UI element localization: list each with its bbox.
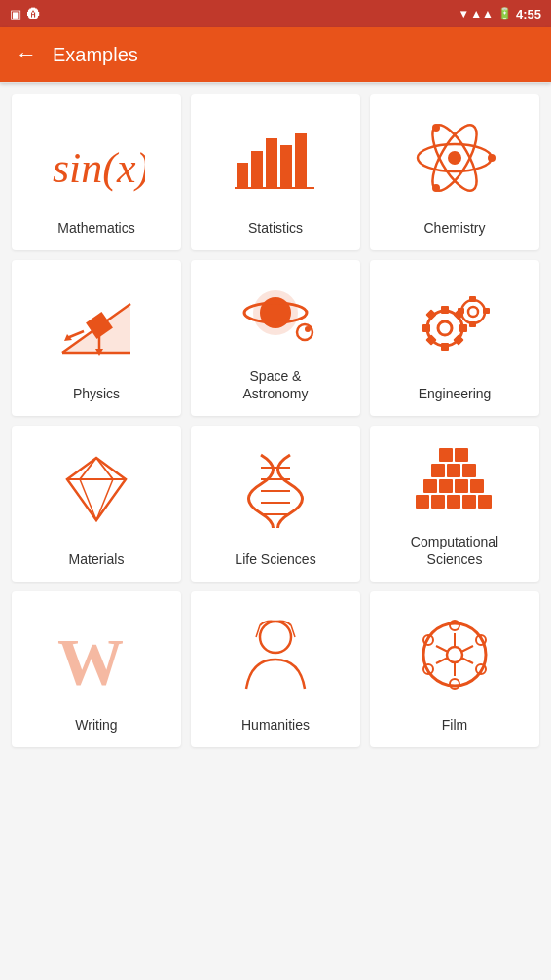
status-bar-right: ▾ ▲▲ 🔋 4:55 <box>460 7 541 21</box>
humanities-label: Humanities <box>241 716 310 734</box>
status-bar: ▣ 🅐 ▾ ▲▲ 🔋 4:55 <box>0 0 551 27</box>
computational-sciences-label: ComputationalSciences <box>411 533 498 568</box>
svg-point-11 <box>488 154 496 162</box>
back-button[interactable]: ← <box>16 42 37 67</box>
svg-line-86 <box>436 658 448 663</box>
card-engineering[interactable]: Engineering <box>370 260 539 416</box>
card-computational-sciences[interactable]: ComputationalSciences <box>370 426 539 582</box>
svg-rect-4 <box>280 145 292 187</box>
svg-rect-29 <box>441 306 449 314</box>
svg-rect-40 <box>469 321 476 327</box>
card-mathematics[interactable]: sin(x) Mathematics <box>12 94 181 250</box>
film-label: Film <box>442 716 467 734</box>
space-astronomy-label: Space &Astronomy <box>243 367 309 402</box>
physics-icon <box>19 272 173 375</box>
mathematics-label: Mathematics <box>57 219 134 237</box>
page-title: Examples <box>53 44 138 66</box>
chemistry-icon <box>378 106 532 209</box>
svg-point-74 <box>447 647 462 662</box>
svg-rect-33 <box>425 309 436 320</box>
svg-rect-41 <box>483 308 490 314</box>
time-display: 4:55 <box>516 7 541 21</box>
svg-point-26 <box>305 326 311 332</box>
svg-rect-58 <box>462 495 476 509</box>
svg-point-7 <box>448 151 461 165</box>
svg-rect-67 <box>439 448 453 462</box>
chemistry-label: Chemistry <box>423 219 485 237</box>
svg-rect-39 <box>469 296 476 302</box>
space-astronomy-icon <box>199 272 352 358</box>
svg-point-13 <box>432 184 440 192</box>
svg-rect-64 <box>431 464 445 477</box>
svg-rect-59 <box>478 495 492 509</box>
svg-rect-63 <box>470 479 484 493</box>
app-icon-1: ▣ <box>10 7 21 21</box>
svg-text:W: W <box>57 624 124 694</box>
svg-point-38 <box>468 307 478 317</box>
wifi-icon: ▾ <box>460 7 466 20</box>
signal-icon: ▲▲ <box>470 7 494 20</box>
svg-marker-43 <box>67 458 126 520</box>
card-humanities[interactable]: Humanities <box>191 591 360 747</box>
svg-point-73 <box>423 623 486 686</box>
writing-label: Writing <box>75 716 117 734</box>
card-physics[interactable]: Physics <box>12 260 181 416</box>
svg-rect-57 <box>447 495 460 509</box>
humanities-icon <box>199 603 352 706</box>
life-sciences-label: Life Sciences <box>235 550 315 568</box>
svg-line-20 <box>67 331 84 338</box>
svg-rect-2 <box>251 151 263 187</box>
engineering-icon <box>378 272 532 375</box>
card-chemistry[interactable]: Chemistry <box>370 94 539 250</box>
svg-rect-65 <box>447 464 460 477</box>
svg-rect-3 <box>266 138 277 187</box>
svg-rect-31 <box>422 324 430 332</box>
svg-point-25 <box>297 324 312 340</box>
svg-line-83 <box>436 646 448 652</box>
life-sciences-icon <box>199 437 352 541</box>
film-icon <box>378 603 532 706</box>
svg-rect-60 <box>423 479 437 493</box>
computational-sciences-icon <box>378 437 532 523</box>
svg-rect-56 <box>431 495 445 509</box>
svg-rect-1 <box>237 163 248 187</box>
svg-rect-61 <box>439 479 453 493</box>
app-bar: ← Examples <box>0 27 551 82</box>
svg-point-12 <box>432 124 440 132</box>
svg-line-85 <box>461 646 473 652</box>
statistics-label: Statistics <box>248 219 303 237</box>
card-writing[interactable]: W Writing <box>12 591 181 747</box>
svg-rect-5 <box>295 133 307 187</box>
svg-line-84 <box>461 658 473 663</box>
svg-point-28 <box>438 321 452 335</box>
statistics-icon <box>199 106 352 209</box>
svg-rect-62 <box>455 479 468 493</box>
svg-text:sin(x): sin(x) <box>53 144 145 192</box>
svg-rect-42 <box>458 308 464 314</box>
battery-icon: 🔋 <box>497 7 512 20</box>
materials-icon <box>19 437 173 541</box>
card-film[interactable]: Film <box>370 591 539 747</box>
svg-rect-68 <box>455 448 468 462</box>
svg-point-70 <box>260 622 291 653</box>
svg-rect-55 <box>416 495 429 509</box>
writing-icon: W <box>19 603 173 706</box>
card-life-sciences[interactable]: Life Sciences <box>191 426 360 582</box>
card-space-astronomy[interactable]: Space &Astronomy <box>191 260 360 416</box>
svg-point-37 <box>461 300 485 323</box>
card-materials[interactable]: Materials <box>12 426 181 582</box>
app-icon-2: 🅐 <box>27 7 40 21</box>
svg-rect-66 <box>462 464 476 477</box>
mathematics-icon: sin(x) <box>19 106 173 209</box>
physics-label: Physics <box>73 385 120 402</box>
examples-grid: sin(x) Mathematics Statistics <box>0 83 551 759</box>
materials-label: Materials <box>69 550 125 568</box>
svg-rect-32 <box>459 324 467 332</box>
status-bar-left: ▣ 🅐 <box>10 7 40 21</box>
card-statistics[interactable]: Statistics <box>191 94 360 250</box>
engineering-label: Engineering <box>419 385 492 402</box>
svg-rect-30 <box>441 343 449 351</box>
